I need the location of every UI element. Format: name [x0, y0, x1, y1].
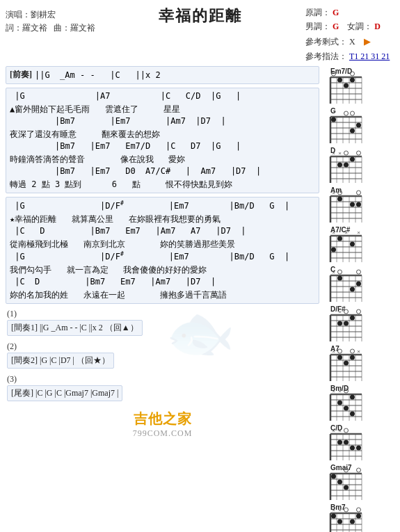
- bottom-logo: 吉他之家 799COM.COM: [6, 410, 319, 439]
- chord-item-Am: Am×: [322, 186, 396, 224]
- chord-svg-Am: Am×: [322, 186, 362, 223]
- svg-point-136: [350, 316, 355, 321]
- svg-point-221: [331, 474, 336, 479]
- chord-item-Bm7: Bm7××: [322, 503, 396, 532]
- svg-point-117: [356, 282, 361, 287]
- chord-svg-C: C×: [322, 266, 362, 302]
- svg-point-20: [344, 111, 349, 115]
- content-area: [前奏] ||G _Am - - |C ||x 2 |G |A7 |C C/D …: [6, 66, 396, 532]
- svg-point-202: [350, 446, 355, 451]
- verse-chord-3: |Bm7 |Em7 Em7/D |C D7 |G |: [10, 140, 315, 152]
- svg-point-78: [356, 202, 361, 207]
- svg-point-97: [350, 242, 355, 247]
- chords-section: Em7/DGD××Am×A7/C#×××C×D/F#×A7××Bm/D××5C/…: [319, 66, 396, 532]
- svg-point-159: [344, 361, 349, 366]
- song-title: 幸福的距離: [95, 6, 305, 26]
- intro-chords: ||G _Am - - |C ||x 2: [35, 70, 161, 81]
- singer: 劉耕宏: [31, 10, 56, 19]
- svg-text:×: ×: [357, 348, 360, 355]
- chorus-chord-4: |C D |Bm7 Em7 |Am7 |D7 |: [10, 276, 315, 288]
- chord-item-Bm_D: Bm/D××5: [322, 385, 396, 422]
- chorus-block: |G |D/F# |Em7 |Bm/D G | ★幸福的距離 就算萬公里 在妳眼…: [6, 197, 319, 304]
- header: 演唱：劉耕宏 詞：羅文裕 曲：羅文裕 幸福的距離 原調： G 男調： G 女調：…: [6, 6, 396, 63]
- chord-item-C_D: C/D××5: [322, 424, 396, 462]
- svg-point-181: [350, 412, 355, 417]
- svg-text:×: ×: [344, 229, 348, 236]
- svg-text:Em7/D: Em7/D: [330, 67, 352, 75]
- interlude2-num: (2): [7, 341, 319, 352]
- interlude1-section: (1) [間奏1] ||G _Am - - |C ||x 2 （回▲）: [6, 307, 319, 337]
- svg-text:×: ×: [332, 428, 335, 434]
- svg-point-200: [337, 440, 342, 445]
- svg-point-101: [338, 270, 342, 274]
- svg-point-16: [337, 78, 342, 83]
- chord-svg-A7: A7××: [322, 345, 362, 381]
- lyricist: 羅文裕: [22, 23, 47, 33]
- outro-label: [尾奏]: [11, 388, 33, 398]
- svg-text:×: ×: [338, 309, 342, 315]
- chord-item-A7: A7××: [322, 345, 396, 382]
- svg-point-62: [357, 191, 361, 195]
- svg-point-76: [337, 197, 342, 202]
- svg-point-206: [357, 468, 361, 472]
- svg-point-122: [357, 309, 361, 314]
- svg-text:×: ×: [338, 507, 342, 513]
- svg-point-18: [344, 83, 349, 88]
- svg-text:×: ×: [332, 388, 335, 394]
- svg-point-157: [337, 355, 342, 360]
- male-key-val: G: [333, 22, 339, 31]
- chord-svg-A7_C#: A7/C#×××: [322, 226, 362, 262]
- interlude2-label: [間奏2]: [11, 355, 38, 365]
- interlude1-chords: ||G _Am - - |C ||x 2 （回▲）: [40, 323, 138, 332]
- svg-point-245: [350, 519, 355, 524]
- svg-point-137: [337, 321, 342, 326]
- svg-text:×: ×: [332, 269, 335, 275]
- ref-count-val: X: [349, 37, 355, 47]
- svg-point-98: [331, 248, 336, 252]
- svg-point-243: [356, 514, 361, 519]
- chord-item-A7_C#: A7/C#×××: [322, 226, 396, 264]
- svg-text:×: ×: [338, 150, 342, 156]
- intro-block: [前奏] ||G _Am - - |C ||x 2: [6, 66, 319, 84]
- svg-point-118: [350, 287, 355, 292]
- chord-svg-G: G: [322, 107, 362, 143]
- chord-item-Em7_D: Em7/D: [322, 67, 396, 105]
- male-key-label: 男調：: [305, 22, 330, 31]
- svg-text:×: ×: [332, 190, 335, 196]
- verse-lyric-3: 時鐘滴答滴答的聲音 像在說我 愛妳: [10, 153, 315, 166]
- verse-lyric-1: ▲窗外開始下起毛毛雨 雲遮住了 星星: [10, 103, 315, 116]
- chord-item-Gmai7: Gmai72: [322, 464, 396, 501]
- chorus-chord-3: |G |D/F# |Em7 |Bm/D G |: [10, 250, 315, 263]
- svg-text:×: ×: [332, 229, 335, 236]
- svg-point-142: [351, 349, 355, 353]
- verse-lyric-2: 夜深了還沒有睡意 翻來覆去的想妳: [10, 128, 315, 141]
- svg-text:G: G: [330, 107, 336, 115]
- chorus-lyric-2: 從南極飛到北極 南京到北京 妳的笑勝過那些美景: [10, 238, 315, 251]
- female-key-label: 女調：: [347, 22, 372, 31]
- svg-text:×: ×: [338, 428, 342, 434]
- outro-num: (3): [7, 374, 319, 385]
- verse-block: |G |A7 |C C/D |G | ▲窗外開始下起毛毛雨 雲遮住了 星星 |B…: [6, 88, 319, 193]
- chord-svg-Em7_D: Em7/D: [322, 67, 362, 104]
- svg-point-17: [350, 78, 355, 83]
- orig-key-val: G: [333, 8, 339, 17]
- outro-section: (3) [尾奏] |C |G |C |Gmaj7 |Gmaj7 |: [6, 373, 319, 403]
- svg-point-56: [350, 157, 355, 162]
- svg-text:×: ×: [332, 348, 335, 355]
- chord-item-C: C×: [322, 266, 396, 303]
- svg-text:×: ×: [332, 150, 335, 156]
- chord-svg-D: D××: [322, 147, 362, 183]
- interlude2-section: (2) [間奏2] |G |C |D7 | （回★）: [6, 340, 319, 370]
- svg-point-77: [350, 202, 355, 207]
- interlude1-label: [間奏1]: [11, 323, 38, 332]
- meta-right: 原調： G 男調： G 女調： D 參考剩式： X ▶ 參考指法： T1 21 …: [305, 6, 396, 63]
- svg-point-179: [337, 401, 342, 405]
- svg-point-37: [350, 129, 355, 134]
- svg-point-185: [344, 428, 349, 433]
- svg-text:×: ×: [332, 507, 335, 513]
- ref-fingering-val[interactable]: T1 21 31 21: [349, 51, 390, 61]
- chorus-lyric-4: 妳的名加我的姓 永遠在一起 擁抱多過千言萬語: [10, 289, 315, 302]
- svg-point-96: [337, 236, 342, 241]
- chorus-lyric-1: ★幸福的距離 就算萬公里 在妳眼裡有我想要的勇氣: [10, 213, 315, 226]
- chord-item-D: D××: [322, 147, 396, 184]
